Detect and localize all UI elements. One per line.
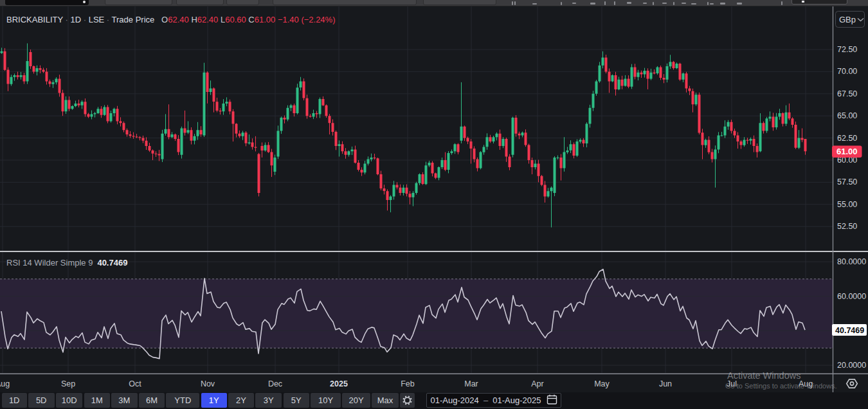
svg-text:Nov: Nov xyxy=(201,379,215,388)
svg-text:70.00: 70.00 xyxy=(837,67,857,76)
svg-text:Apr: Apr xyxy=(531,379,543,388)
svg-text:2025: 2025 xyxy=(330,379,348,388)
svg-text:61.00: 61.00 xyxy=(836,147,858,156)
svg-text:20.0000: 20.0000 xyxy=(837,361,866,370)
svg-text:40.7469: 40.7469 xyxy=(835,326,864,335)
svg-text:Jun: Jun xyxy=(659,379,672,388)
svg-text:80.0000: 80.0000 xyxy=(837,257,866,266)
svg-text:57.50: 57.50 xyxy=(837,177,857,186)
svg-text:Oct: Oct xyxy=(129,379,141,388)
svg-text:62.50: 62.50 xyxy=(837,134,857,143)
svg-text:65.00: 65.00 xyxy=(837,111,857,120)
svg-text:Aug: Aug xyxy=(0,379,10,388)
svg-text:Feb: Feb xyxy=(401,379,415,388)
svg-text:72.50: 72.50 xyxy=(837,45,857,54)
svg-text:67.50: 67.50 xyxy=(837,89,857,98)
svg-text:GBp: GBp xyxy=(839,15,856,24)
svg-text:May: May xyxy=(594,379,610,388)
svg-text:52.50: 52.50 xyxy=(837,222,857,231)
svg-text:55.00: 55.00 xyxy=(837,200,857,209)
svg-text:Dec: Dec xyxy=(268,379,282,388)
svg-text:Sep: Sep xyxy=(61,379,75,388)
svg-text:60.0000: 60.0000 xyxy=(837,292,866,301)
svg-text:Mar: Mar xyxy=(464,379,478,388)
